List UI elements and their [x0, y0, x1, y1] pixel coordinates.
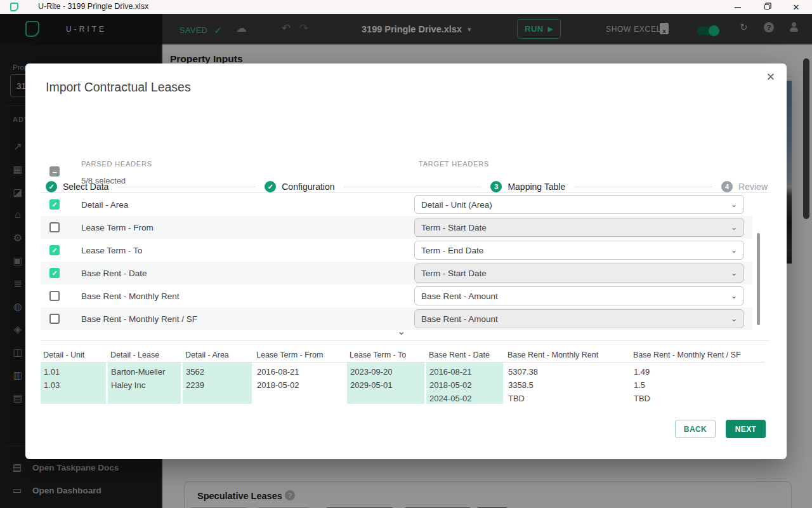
next-button[interactable]: NEXT	[726, 420, 766, 438]
preview-column-values: 2016-08-212018-05-022024-05-02	[426, 363, 503, 404]
preview-column: Base Rent - Date2016-08-212018-05-022024…	[426, 347, 505, 404]
preview-column-header: Detail - Unit	[41, 347, 108, 363]
preview-cell	[254, 392, 347, 405]
preview-column: Base Rent - Monthly Rent5307.383358.5TBD	[505, 347, 631, 404]
dropdown-value: Term - Start Date	[421, 223, 487, 232]
preview-column-header: Lease Term - From	[254, 347, 347, 363]
preview-cell: Haley Inc	[108, 378, 181, 392]
target-header-dropdown[interactable]: Term - Start Date⌄	[414, 218, 744, 237]
preview-column-values: 1.011.03	[41, 363, 106, 404]
preview-column: Lease Term - To2023-09-202029-05-01	[347, 347, 426, 404]
chevron-down-icon: ⌄	[731, 314, 737, 323]
preview-cell: 2024-05-02	[426, 392, 503, 405]
preview-cell: 2029-05-01	[347, 378, 424, 392]
preview-column-header: Detail - Area	[183, 347, 254, 363]
parsed-header-label: Detail - Area	[81, 200, 128, 210]
preview-cell: 2239	[183, 378, 252, 392]
back-button[interactable]: BACK	[675, 420, 716, 438]
preview-column: Lease Term - From2016-08-212018-05-02	[254, 347, 347, 404]
preview-cell: 2016-08-21	[254, 365, 347, 378]
import-leases-modal: ✕ Import Contractual Leases ✓Select Data…	[25, 64, 787, 459]
row-checkbox[interactable]	[49, 222, 60, 232]
preview-cell: 3358.5	[505, 378, 631, 392]
mapping-row: Base Rent - Monthly RentBase Rent - Amou…	[41, 284, 752, 307]
mapping-row: ✓Lease Term - ToTerm - End Date⌄	[41, 239, 752, 262]
selected-count: 5/8 selected	[81, 176, 126, 185]
preview-cell: 2016-08-21	[426, 365, 503, 378]
row-checkbox[interactable]: ✓	[49, 268, 60, 278]
close-window-button[interactable]: ✕	[787, 0, 806, 14]
app-logo-icon	[10, 3, 18, 11]
chevron-down-icon: ⌄	[731, 291, 737, 300]
preview-column-values: 1.491.5TBD	[631, 363, 765, 404]
dropdown-value: Term - Start Date	[421, 269, 487, 278]
target-headers-label: TARGET HEADERS	[419, 160, 489, 168]
preview-cell: 1.49	[631, 365, 765, 378]
preview-column-values: Barton-MuellerHaley Inc	[108, 363, 181, 404]
preview-column-header: Lease Term - To	[347, 347, 426, 363]
preview-column: Detail - Area35622239	[183, 347, 254, 404]
preview-column-values: 5307.383358.5TBD	[505, 363, 631, 404]
close-icon[interactable]: ✕	[766, 70, 775, 84]
mapping-row: Lease Term - FromTerm - Start Date⌄	[41, 216, 752, 239]
target-header-dropdown[interactable]: Term - End Date⌄	[414, 241, 744, 260]
preview-table: Detail - Unit1.011.03 Detail - LeaseBart…	[41, 347, 768, 404]
target-header-dropdown[interactable]: Base Rent - Amount⌄	[414, 309, 744, 328]
parsed-header-label: Lease Term - From	[81, 223, 154, 232]
preview-cell: 2018-05-02	[254, 378, 347, 392]
chevron-down-icon: ⌄	[731, 223, 737, 232]
preview-cell: 1.5	[631, 378, 765, 392]
preview-cell: 1.01	[41, 365, 106, 378]
preview-cell	[41, 392, 106, 405]
mapping-row: Base Rent - Monthly Rent / SFBase Rent -…	[41, 307, 752, 330]
chevron-down-icon: ⌄	[731, 246, 737, 255]
preview-column-header: Detail - Lease	[108, 347, 183, 363]
mapping-row: ✓Detail - AreaDetail - Unit (Area)⌄	[41, 193, 752, 216]
preview-cell: TBD	[631, 392, 765, 405]
window-title: U-Rite - 3199 Pringle Drive.xlsx	[38, 2, 148, 11]
preview-cell: 2023-09-20	[347, 365, 424, 378]
dropdown-value: Base Rent - Amount	[421, 291, 498, 301]
minimize-button[interactable]	[728, 0, 747, 14]
row-checkbox[interactable]	[49, 291, 60, 301]
modal-title: Import Contractual Leases	[46, 80, 191, 95]
close-window-icon: ✕	[793, 3, 800, 11]
target-header-dropdown[interactable]: Detail - Unit (Area)⌄	[414, 195, 744, 214]
scroll-more-chevron-icon[interactable]: ⌄	[397, 325, 405, 337]
mapping-rows: ✓Detail - AreaDetail - Unit (Area)⌄Lease…	[41, 193, 752, 330]
titlebar: U-Rite - 3199 Pringle Drive.xlsx ✕	[0, 0, 812, 14]
divider	[41, 340, 770, 341]
target-header-dropdown[interactable]: Term - Start Date⌄	[414, 264, 744, 283]
parsed-header-label: Base Rent - Date	[81, 269, 147, 278]
row-checkbox[interactable]	[49, 314, 60, 324]
preview-cell: 2018-05-02	[426, 378, 503, 392]
preview-column: Base Rent - Monthly Rent / SF1.491.5TBD	[631, 347, 765, 404]
app-window: U-Rite - 3199 Pringle Drive.xlsx ✕ U-RIT…	[0, 0, 812, 508]
dropdown-value: Base Rent - Amount	[421, 314, 498, 324]
minimize-icon	[735, 7, 741, 8]
preview-column: Detail - Unit1.011.03	[41, 347, 108, 404]
row-checkbox[interactable]: ✓	[49, 245, 60, 255]
preview-column-header: Base Rent - Date	[426, 347, 505, 363]
preview-column-header: Base Rent - Monthly Rent / SF	[631, 347, 765, 363]
mapping-list-scrollbar[interactable]	[757, 233, 760, 325]
preview-cell: TBD	[505, 392, 631, 405]
select-all-checkbox[interactable]: –	[49, 166, 60, 177]
preview-column-values: 2016-08-212018-05-02	[254, 363, 347, 404]
restore-icon	[764, 4, 769, 10]
chevron-down-icon: ⌄	[731, 269, 737, 277]
preview-cell: 5307.38	[505, 365, 631, 378]
preview-cell: Barton-Mueller	[108, 365, 181, 378]
dropdown-value: Detail - Unit (Area)	[421, 200, 492, 210]
parsed-header-label: Lease Term - To	[81, 246, 142, 255]
preview-column-values: 35622239	[183, 363, 252, 404]
preview-cell: 3562	[183, 365, 252, 378]
row-checkbox[interactable]: ✓	[49, 199, 60, 210]
preview-column-header: Base Rent - Monthly Rent	[505, 347, 631, 363]
preview-cell	[108, 392, 181, 405]
preview-cell	[183, 392, 252, 405]
target-header-dropdown[interactable]: Base Rent - Amount⌄	[414, 286, 744, 305]
chevron-down-icon: ⌄	[731, 200, 737, 209]
preview-column: Detail - LeaseBarton-MuellerHaley Inc	[108, 347, 183, 404]
restore-button[interactable]	[757, 0, 776, 14]
